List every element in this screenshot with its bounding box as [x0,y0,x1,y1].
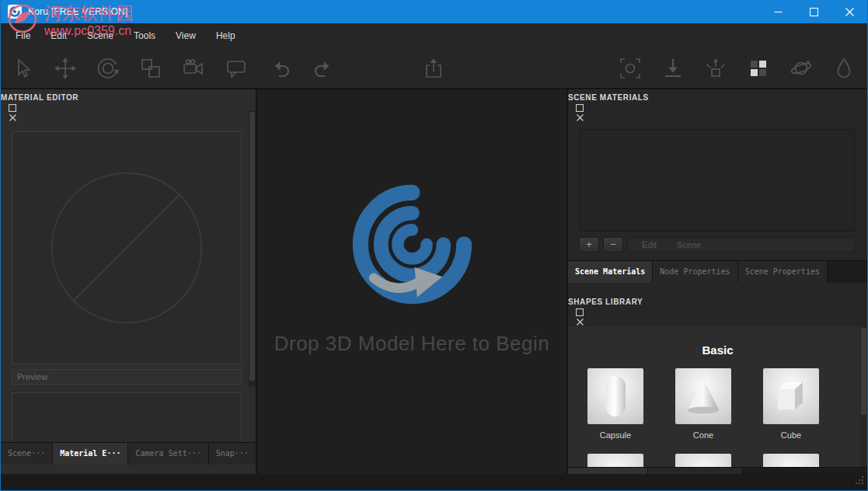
render-sphere-icon[interactable] [789,56,814,81]
material-editor-panel: MATERIAL EDITOR Preview Scene··· Mater [1,89,257,474]
shape-name-capsule: Capsule [587,430,643,440]
add-material-button[interactable]: + [579,237,599,252]
shapes-library-title: SHAPES LIBRARY [568,298,643,306]
menu-scene[interactable]: Scene [77,23,124,48]
shape-tile-cone[interactable] [675,368,731,424]
viewport[interactable]: Drop 3D Model Here to Begin [257,89,566,474]
scene-materials-list[interactable] [579,129,855,232]
close-panel-icon[interactable] [575,113,584,122]
left-dock-tabbar: Scene··· Material E··· Camera Sett··· Sn… [1,442,256,465]
shapes-scrollbar[interactable] [860,326,867,467]
tool-group-share [421,56,446,81]
app-window: Koru [FREE VERSION] File Edit Scene Tool… [0,0,868,491]
shape-name-cone: Cone [675,430,731,440]
preview-button[interactable]: Preview [12,369,242,385]
scrollbar-thumb[interactable] [861,328,866,415]
tab-material-editor[interactable]: Material E··· [53,443,128,465]
comment-tool-icon[interactable] [224,56,249,81]
menu-file[interactable]: File [5,23,40,48]
app-logo-icon [8,5,22,19]
material-editor-scrollbar[interactable] [249,110,256,387]
menu-tools[interactable]: Tools [124,23,166,48]
float-panel-icon[interactable] [575,308,584,317]
lighting-icon[interactable] [831,56,856,81]
material-editor-title: MATERIAL EDITOR [1,93,78,102]
close-panel-icon[interactable] [575,317,584,326]
shape-tile-capsule[interactable] [587,368,643,424]
close-panel-icon[interactable] [8,113,17,122]
camera-tool-icon[interactable] [181,56,206,81]
shapes-row-partial [568,454,867,467]
cube-shape [771,376,811,416]
cone-shape [683,376,723,416]
tab-scene-materials[interactable]: Scene Materials [568,261,653,283]
edit-material-button[interactable]: Edit [642,240,657,249]
scene-materials-tabbar: Scene Materials Node Properties Scene Pr… [568,260,867,283]
import-model-icon[interactable] [661,56,685,81]
layout-toggle-icon[interactable] [746,56,771,81]
tab-camera-settings[interactable]: Camera Sett··· [128,443,208,465]
tab-snapshots[interactable]: Snap··· [209,443,256,465]
window-title: Koru [FREE VERSION] [28,6,128,17]
shape-tile[interactable] [587,454,643,467]
redo-icon[interactable] [311,56,336,81]
capsule-shape [598,374,633,418]
menubar: File Edit Scene Tools View Help [1,23,867,48]
empty-material-icon [12,132,241,364]
statusbar [1,474,867,491]
float-panel-icon[interactable] [8,103,17,113]
shape-tile[interactable] [675,454,731,467]
right-dock: SCENE MATERIALS + − Edit Scene Scene Mat… [566,89,867,474]
menu-edit[interactable]: Edit [40,23,77,48]
undo-icon[interactable] [268,56,293,81]
float-panel-icon[interactable] [575,103,584,113]
maximize-icon[interactable] [796,0,831,23]
unpack-model-icon[interactable] [703,56,728,81]
main-area: MATERIAL EDITOR Preview Scene··· Mater [1,89,867,474]
shapes-category-title: Basic [568,343,867,359]
scene-materials-buttons: + − Edit Scene [579,236,855,253]
menu-view[interactable]: View [166,23,206,48]
move-tool-icon[interactable] [53,56,78,81]
shapes-library-header: SHAPES LIBRARY [568,294,867,326]
focus-camera-icon[interactable] [618,56,643,81]
material-editor-header: MATERIAL EDITOR [1,89,256,122]
select-tool-icon[interactable] [10,56,35,81]
orbit-tool-icon[interactable] [96,56,120,81]
shape-name-cube: Cube [763,430,819,440]
material-actions-field: Edit Scene [627,237,855,252]
shapes-library-content: Basic [568,326,867,467]
tab-node-properties[interactable]: Node Properties [653,261,737,283]
scene-materials-title: SCENE MATERIALS [568,93,649,102]
scene-materials-header: SCENE MATERIALS [568,89,867,122]
tab-scene[interactable]: Scene··· [1,443,53,465]
tool-group-right [618,56,856,81]
material-settings-area [12,392,242,448]
shapes-row [568,368,867,424]
shape-tile[interactable] [763,454,819,467]
menu-help[interactable]: Help [206,23,246,48]
window-controls [760,0,867,23]
minimize-icon[interactable] [760,0,796,23]
toolbar [1,48,867,89]
shape-names-row: Capsule Cone Cube [568,430,867,440]
shape-tile-cube[interactable] [763,368,819,424]
close-icon[interactable] [831,0,867,23]
koru-logo-icon [352,184,472,310]
share-icon[interactable] [421,56,446,81]
remove-material-button[interactable]: − [603,237,623,252]
drop-hint-text: Drop 3D Model Here to Begin [274,332,550,356]
titlebar: Koru [FREE VERSION] [1,0,867,23]
scrollbar-thumb[interactable] [249,112,255,381]
scene-material-button[interactable]: Scene [677,240,701,249]
material-preview-area[interactable] [12,131,242,364]
scale-tool-icon[interactable] [138,56,163,81]
tool-group-history [268,56,336,81]
tab-scene-properties[interactable]: Scene Properties [738,261,828,283]
tool-group-left [10,56,249,81]
resize-grip[interactable] [855,475,865,489]
